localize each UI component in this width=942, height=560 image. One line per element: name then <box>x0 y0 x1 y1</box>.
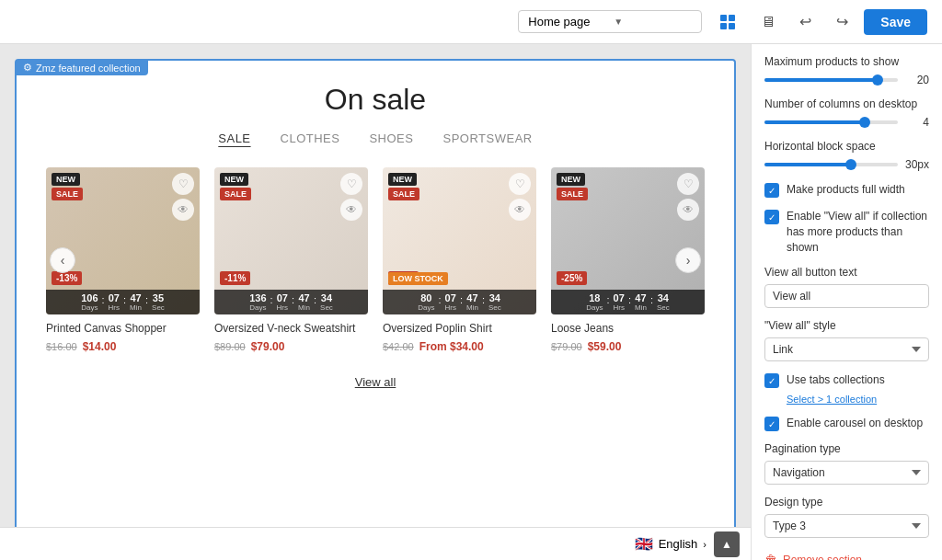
design-label: Design type <box>764 496 929 509</box>
carousel-checkbox[interactable]: ✓ <box>764 417 779 431</box>
badge-new: NEW <box>220 173 248 186</box>
tab-shoes[interactable]: SHOES <box>369 131 413 145</box>
columns-slider-row: 4 <box>764 116 929 129</box>
badge-new: NEW <box>557 173 585 186</box>
view-all-enable-checkbox[interactable]: ✓ <box>764 210 779 224</box>
tab-clothes[interactable]: CLOTHES <box>281 131 340 145</box>
tabs-checkbox[interactable]: ✓ <box>764 373 779 388</box>
view-all-style-label: "View all" style <box>764 319 929 332</box>
section-label: ⚙ Zmz featured collection <box>16 60 148 75</box>
prev-arrow[interactable]: ‹ <box>50 247 75 273</box>
price-old: $42.00 <box>383 341 414 352</box>
product-price: $16.00 $14.00 <box>46 340 200 353</box>
remove-label: Remove section <box>783 554 862 560</box>
page-selector[interactable]: Home page ▼ <box>518 10 702 33</box>
product-name: Oversized Poplin Shirt <box>383 322 536 337</box>
tabs-row[interactable]: ✓ Use tabs collections <box>764 372 929 388</box>
columns-slider[interactable] <box>764 120 898 124</box>
canvas-scroll[interactable]: ⚙ Zmz featured collection On sale SALE C… <box>0 44 751 527</box>
view-all-btn-section: View all button text <box>764 266 929 308</box>
main-layout: ⚙ Zmz featured collection On sale SALE C… <box>0 44 942 560</box>
price-new: $79.00 <box>251 340 285 353</box>
product-name: Oversized V-neck Sweatshirt <box>214 322 368 337</box>
quickview-icon[interactable]: 👁 <box>677 199 699 221</box>
save-button[interactable]: Save <box>864 9 927 35</box>
view-all-enable-row[interactable]: ✓ Enable "View all" if collection has mo… <box>764 209 929 255</box>
wishlist-icon[interactable]: ♡ <box>172 173 194 195</box>
max-products-section: Maximum products to show 20 <box>764 55 929 86</box>
product-card[interactable]: NEW SALE -11% ♡ 👁 136Days : 07Hrs <box>214 167 368 353</box>
product-name: Printed Canvas Shopper <box>46 322 200 337</box>
wishlist-icon[interactable]: ♡ <box>509 173 531 195</box>
product-image: NEW SALE -13% ♡ 👁 106Days : 07Hrs <box>46 167 200 314</box>
design-select[interactable]: Type 1 Type 2 Type 3 <box>764 514 929 538</box>
view-all-btn-input[interactable] <box>764 284 929 308</box>
full-width-checkbox[interactable]: ✓ <box>764 183 779 198</box>
next-arrow[interactable]: › <box>675 247 701 273</box>
badge-discount: -25% <box>557 271 587 285</box>
price-old: $89.00 <box>214 341 246 352</box>
right-panel: Maximum products to show 20 Number of co… <box>751 44 942 560</box>
product-price: $89.00 $79.00 <box>214 340 368 353</box>
svg-rect-1 <box>729 15 735 21</box>
canvas-bottom: 🇬🇧 English › ▲ <box>0 527 751 560</box>
language-selector[interactable]: 🇬🇧 English › <box>635 535 706 553</box>
view-all-section: View all <box>46 375 705 389</box>
view-all-btn-label: View all button text <box>764 266 929 279</box>
view-all-enable-label: Enable "View all" if collection has more… <box>787 209 929 255</box>
product-price: $79.00 $59.00 <box>551 340 705 353</box>
undo-button[interactable]: ↩ <box>790 7 820 37</box>
price-new: From $34.00 <box>419 340 484 353</box>
sale-title: On sale <box>46 83 705 117</box>
columns-label: Number of columns on desktop <box>764 97 929 110</box>
product-card[interactable]: NEW SALE -19% LOW STOCK ♡ 👁 80Days : <box>383 167 536 353</box>
countdown: 18Days : 07Hrs : 47Min : 34Sec <box>551 290 705 314</box>
topbar: Home page ▼ 🖥 ↩ ↪ Save <box>0 0 942 44</box>
full-width-label: Make products full width <box>787 182 905 198</box>
pagination-label: Pagination type <box>764 442 929 455</box>
chevron-right-icon: › <box>703 539 706 550</box>
wishlist-icon[interactable]: ♡ <box>677 173 699 195</box>
spacing-slider[interactable] <box>764 163 898 166</box>
svg-rect-0 <box>720 15 727 21</box>
trash-icon: 🗑 <box>764 553 777 560</box>
pagination-select[interactable]: Navigation Dots None <box>764 461 929 485</box>
tabs-sub-link[interactable]: Select > 1 collection <box>787 394 929 405</box>
badge-new: NEW <box>52 173 80 186</box>
wishlist-icon[interactable]: ♡ <box>340 173 362 195</box>
view-all-style-select[interactable]: Link Button <box>764 337 929 361</box>
tabs-nav: SALE CLOTHES SHOES SPORTSWEAR <box>46 131 705 145</box>
countdown: 106Days : 07Hrs : 47Min : 35Sec <box>46 290 200 314</box>
spacing-label: Horizontal block space <box>764 140 929 153</box>
product-price: $42.00 From $34.00 <box>383 340 536 353</box>
badge-new: NEW <box>388 173 417 186</box>
quickview-icon[interactable]: 👁 <box>172 199 194 221</box>
countdown: 136Days : 07Hrs : 47Min : 34Sec <box>214 290 368 314</box>
grid-view-icon[interactable] <box>713 7 742 37</box>
tabs-label: Use tabs collections <box>787 372 885 388</box>
remove-section-button[interactable]: 🗑 Remove section <box>764 549 929 560</box>
product-image: NEW SALE -25% ♡ 👁 18Days : 07Hrs <box>551 167 705 314</box>
carousel-row[interactable]: ✓ Enable carousel on desktop <box>764 416 929 431</box>
monitor-icon[interactable]: 🖥 <box>753 7 783 37</box>
tab-sportswear[interactable]: SPORTSWEAR <box>442 131 532 145</box>
max-products-slider[interactable] <box>764 78 898 82</box>
spacing-value: 30px <box>903 158 929 171</box>
products-grid: NEW SALE -13% ♡ 👁 106Days : 07Hrs <box>46 167 705 353</box>
section-wrapper: ⚙ Zmz featured collection On sale SALE C… <box>15 59 736 527</box>
quickview-icon[interactable]: 👁 <box>340 199 362 221</box>
scroll-up-button[interactable]: ▲ <box>714 531 740 557</box>
tab-sale[interactable]: SALE <box>218 131 250 145</box>
badge-low-stock: LOW STOCK <box>388 272 448 285</box>
product-image: NEW SALE -11% ♡ 👁 136Days : 07Hrs <box>214 167 368 314</box>
view-all-style-section: "View all" style Link Button <box>764 319 929 361</box>
badge-discount: -13% <box>52 271 82 285</box>
redo-button[interactable]: ↪ <box>827 7 856 37</box>
full-width-row[interactable]: ✓ Make products full width <box>764 182 929 198</box>
quickview-icon[interactable]: 👁 <box>509 199 531 221</box>
countdown: 80Days : 07Hrs : 47Min : 34Sec <box>383 290 536 314</box>
view-all-link[interactable]: View all <box>355 375 396 389</box>
price-old: $79.00 <box>551 341 582 352</box>
language-label: English <box>659 537 698 551</box>
badge-sale: SALE <box>557 188 588 200</box>
